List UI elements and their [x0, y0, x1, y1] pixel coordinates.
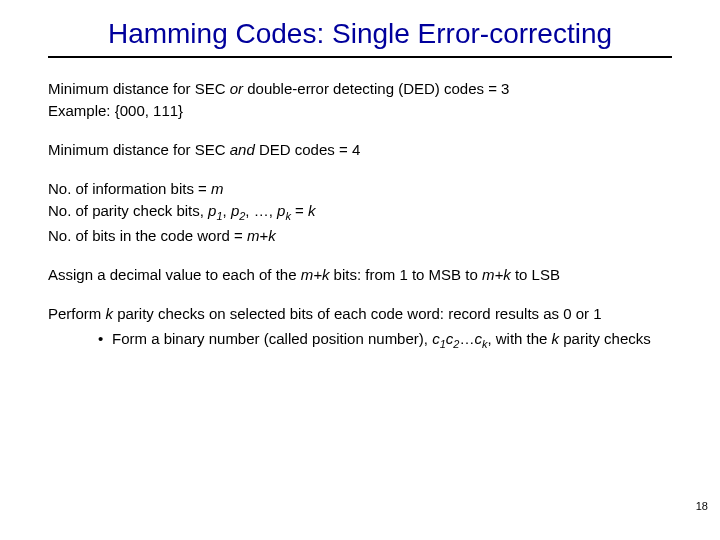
- var-k: k: [308, 202, 316, 219]
- block-min-dist-and: Minimum distance for SEC and DED codes =…: [48, 139, 672, 160]
- text: , …,: [245, 202, 277, 219]
- block-counts: No. of information bits = m No. of parit…: [48, 178, 672, 246]
- block-parity: Perform k parity checks on selected bits…: [48, 303, 672, 352]
- var-c: c: [432, 330, 440, 347]
- line: Perform k parity checks on selected bits…: [48, 303, 672, 324]
- text: ,: [223, 202, 231, 219]
- text: DED codes = 4: [255, 141, 360, 158]
- text: Form a binary number (called position nu…: [112, 330, 432, 347]
- bullet-item: • Form a binary number (called position …: [98, 328, 672, 352]
- title-underline: [48, 56, 672, 58]
- text: parity checks on selected bits of each c…: [113, 305, 602, 322]
- text: Minimum distance for SEC: [48, 80, 230, 97]
- text: …: [459, 330, 474, 347]
- emph-and: and: [230, 141, 255, 158]
- text: parity checks: [559, 330, 651, 347]
- emph-or: or: [230, 80, 243, 97]
- slide-title: Hamming Codes: Single Error-correcting: [48, 18, 672, 50]
- text: double-error detecting (DED) codes = 3: [243, 80, 509, 97]
- line: Minimum distance for SEC or double-error…: [48, 78, 672, 99]
- var-mk: m+k: [247, 227, 276, 244]
- var-mk: m+k: [301, 266, 330, 283]
- var-mk: m+k: [482, 266, 511, 283]
- var-k: k: [552, 330, 560, 347]
- text: No. of parity check bits,: [48, 202, 208, 219]
- var-m: m: [211, 180, 224, 197]
- text: Assign a decimal value to each of the: [48, 266, 301, 283]
- block-min-dist-or: Minimum distance for SEC or double-error…: [48, 78, 672, 121]
- line: Example: {000, 111}: [48, 100, 672, 121]
- text: Minimum distance for SEC: [48, 141, 230, 158]
- page-number: 18: [696, 500, 708, 512]
- var-k: k: [106, 305, 114, 322]
- text: to LSB: [511, 266, 560, 283]
- block-assign: Assign a decimal value to each of the m+…: [48, 264, 672, 285]
- bullet-dot-icon: •: [98, 328, 112, 349]
- text: bits: from 1 to MSB to: [329, 266, 482, 283]
- var-c: c: [474, 330, 482, 347]
- bullet-text: Form a binary number (called position nu…: [112, 328, 672, 352]
- text: Perform: [48, 305, 106, 322]
- text: , with the: [487, 330, 551, 347]
- text: No. of information bits =: [48, 180, 211, 197]
- text: =: [291, 202, 308, 219]
- line: No. of bits in the code word = m+k: [48, 225, 672, 246]
- line: Assign a decimal value to each of the m+…: [48, 264, 672, 285]
- slide: Hamming Codes: Single Error-correcting M…: [0, 0, 720, 540]
- var-p: p: [231, 202, 239, 219]
- line: No. of parity check bits, p1, p2, …, pk …: [48, 200, 672, 224]
- line: No. of information bits = m: [48, 178, 672, 199]
- line: Minimum distance for SEC and DED codes =…: [48, 139, 672, 160]
- text: No. of bits in the code word =: [48, 227, 247, 244]
